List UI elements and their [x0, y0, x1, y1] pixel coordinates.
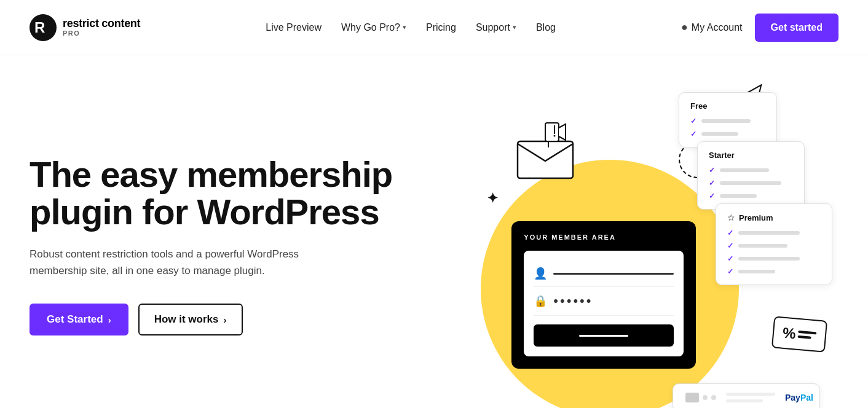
- logo-icon: R: [30, 14, 57, 41]
- user-field-icon: 👤: [534, 267, 547, 280]
- user-icon: ●: [681, 21, 688, 34]
- check-icon: ✓: [690, 117, 696, 125]
- hero-section: The easy membership plugin for WordPress…: [0, 55, 868, 408]
- check-icon: ✓: [727, 241, 733, 250]
- payment-options-strip: PayPal: [673, 383, 820, 408]
- card-chip-icon: [685, 393, 699, 402]
- header-right: ● My Account Get started: [681, 14, 838, 42]
- discount-tag-deco: %: [771, 316, 828, 352]
- pricing-cards-illustration: Free ✓ ✓ Starter: [679, 92, 832, 279]
- svg-rect-2: [518, 141, 573, 178]
- check-icon: ✓: [709, 179, 715, 187]
- logo[interactable]: R restrict content PRO: [30, 14, 140, 41]
- svg-text:R: R: [34, 19, 45, 36]
- nav-support[interactable]: Support ▾: [476, 22, 516, 33]
- check-icon: ✓: [727, 254, 733, 263]
- pricing-card-starter: Starter ✓ ✓ ✓: [697, 141, 805, 210]
- hero-how-it-works-button[interactable]: How it works ›: [138, 304, 243, 335]
- star-deco-left: ✦: [487, 190, 498, 206]
- check-icon: ✓: [727, 267, 733, 276]
- chevron-down-icon: ▾: [403, 23, 406, 31]
- pricing-card-free: Free ✓ ✓: [679, 92, 777, 147]
- hero-subtitle: Robust content restriction tools and a p…: [30, 246, 325, 279]
- svg-point-4: [554, 135, 556, 137]
- username-field: 👤: [534, 261, 674, 287]
- pricing-card-premium: ☆ Premium ✓ ✓ ✓: [716, 203, 832, 285]
- chevron-down-icon: ▾: [513, 23, 516, 31]
- nav-why-go-pro[interactable]: Why Go Pro? ▾: [341, 22, 406, 33]
- star-icon: ☆: [727, 213, 735, 222]
- svg-rect-3: [545, 123, 559, 141]
- nav-live-preview[interactable]: Live Preview: [266, 22, 322, 33]
- credit-card-icon-area: [685, 393, 716, 402]
- nav-pricing[interactable]: Pricing: [426, 22, 456, 33]
- site-header: R restrict content PRO Live Preview Why …: [0, 0, 868, 55]
- check-icon: ✓: [690, 130, 696, 138]
- member-login-button: [534, 324, 674, 347]
- logo-pro-badge: PRO: [63, 29, 140, 37]
- hero-buttons: Get Started › How it works ›: [30, 304, 425, 335]
- check-icon: ✓: [709, 166, 715, 175]
- my-account-link[interactable]: ● My Account: [681, 21, 743, 34]
- logo-main-text: restrict content: [63, 18, 140, 30]
- main-nav: Live Preview Why Go Pro? ▾ Pricing Suppo…: [266, 22, 556, 33]
- nav-blog[interactable]: Blog: [536, 22, 556, 33]
- hero-title: The easy membership plugin for WordPress: [30, 156, 425, 231]
- paypal-logo: PayPal: [785, 393, 813, 402]
- hero-left: The easy membership plugin for WordPress…: [30, 144, 450, 335]
- hero-illustration: ✦ ✦: [450, 80, 838, 399]
- header-get-started-button[interactable]: Get started: [755, 14, 838, 42]
- password-field: 🔒 ••••••: [534, 287, 674, 316]
- arrow-right-icon: ›: [108, 315, 111, 325]
- arrow-right-icon: ›: [224, 315, 227, 325]
- percent-icon: %: [782, 324, 797, 343]
- member-area-card: YOUR MEMBER AREA 👤 🔒 ••••••: [511, 221, 696, 369]
- check-icon: ✓: [709, 192, 715, 200]
- hero-get-started-button[interactable]: Get Started ›: [30, 304, 128, 335]
- envelope-illustration: [511, 117, 591, 184]
- lock-icon: 🔒: [534, 294, 547, 308]
- check-icon: ✓: [727, 229, 733, 237]
